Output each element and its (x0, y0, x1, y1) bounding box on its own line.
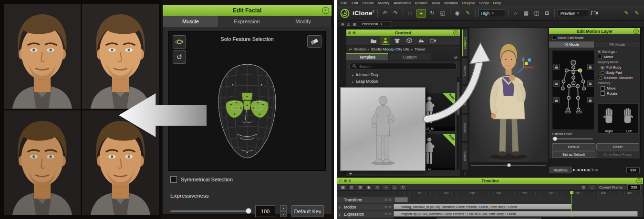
render-mode-dropdown[interactable]: Photoreal▾ (359, 21, 392, 27)
expand-panel-icon[interactable]: ↕ (462, 171, 468, 177)
lock-icon[interactable] (587, 64, 593, 70)
extend-bone-slider[interactable] (552, 138, 593, 139)
menu-animation[interactable]: Animation (394, 1, 411, 5)
lock-icon[interactable] (553, 97, 560, 103)
search-input[interactable] (358, 64, 454, 69)
content-scrollbar[interactable] (457, 77, 459, 169)
tab-expression[interactable]: Expression (219, 16, 275, 27)
terrain-icon[interactable] (417, 37, 426, 44)
orbit-head-icon[interactable] (173, 35, 186, 49)
mirror-checkbox[interactable] (598, 55, 602, 59)
collapse-icon[interactable]: ⊖ (454, 55, 457, 60)
loop-icon[interactable]: ↻ (592, 168, 594, 172)
dock-tab-modify[interactable]: Modify (462, 58, 468, 85)
dock-icon[interactable]: ⊞ (348, 31, 351, 35)
menu-render[interactable]: Render (415, 1, 427, 5)
symmetrical-selection-checkbox[interactable] (170, 176, 177, 183)
actor-icon[interactable] (381, 37, 390, 44)
range-icon[interactable]: ▭ (595, 168, 598, 172)
list-icon[interactable]: ▦ (344, 179, 347, 183)
step-back-icon[interactable]: ◀ (581, 168, 582, 172)
full-body-radio[interactable] (601, 66, 604, 70)
camera-scrub-slider[interactable] (469, 163, 548, 167)
pin-icon[interactable]: ▦ (353, 31, 356, 35)
project-folder-icon[interactable] (369, 37, 378, 44)
track-list-icon[interactable]: ▦ (340, 184, 346, 190)
move-tool-icon[interactable]: + (416, 9, 426, 18)
mirror-option[interactable]: Mirror (598, 54, 639, 60)
tab-fk-mode[interactable]: FK Mode (595, 41, 641, 48)
layers-icon[interactable]: ◫ (348, 184, 355, 190)
camera-icon[interactable] (591, 10, 599, 16)
select-tool-icon[interactable]: □ (406, 10, 415, 17)
lock-icon[interactable] (553, 64, 560, 70)
tab-muscle[interactable]: Muscle (163, 16, 219, 27)
menu-view[interactable]: View (432, 1, 440, 5)
record-icon[interactable]: ⊙ (384, 212, 387, 216)
menu-plugins[interactable]: Plugins (462, 1, 475, 5)
default-key-button[interactable]: Default Key (291, 205, 324, 217)
hand-gesture-box[interactable]: Right Left (598, 103, 639, 134)
undo-icon[interactable]: ↶ (381, 10, 389, 17)
step-forward-icon[interactable]: ▶ (584, 168, 586, 172)
prop-icon[interactable]: ◫ (347, 22, 351, 26)
panels-icon[interactable]: ⊞ (357, 184, 364, 190)
full-body-option[interactable]: Full Body (598, 65, 639, 70)
pin-move-option[interactable]: Move (598, 86, 639, 91)
body-part-option[interactable]: Body Part (598, 70, 639, 75)
quality-dropdown[interactable]: High▾ (478, 9, 505, 17)
realistic-shoulder-checkbox[interactable] (598, 76, 602, 80)
prop-cube-icon[interactable] (405, 37, 414, 44)
expressiveness-slider[interactable] (170, 210, 250, 212)
slider-knob[interactable] (246, 208, 251, 214)
pin-rotate-option[interactable]: Rotate (598, 91, 639, 96)
layout-icon[interactable]: ◫ (532, 10, 541, 17)
pen-icon[interactable]: ✎ (464, 10, 472, 17)
panels-icon[interactable]: ⊞ (348, 179, 351, 183)
timeline-hscrollbar[interactable] (394, 217, 643, 219)
close-icon[interactable]: × (634, 29, 639, 34)
lock-icon[interactable] (587, 97, 593, 103)
search-box[interactable] (349, 63, 457, 70)
stepper-up-icon[interactable]: ▲ (280, 205, 287, 211)
dock-tab-render[interactable]: Render (462, 86, 468, 113)
grid-icon[interactable]: ▦ (522, 10, 530, 17)
realtime-button[interactable]: Realtime (550, 167, 571, 173)
close-icon[interactable]: × (636, 178, 642, 183)
set-as-default-button[interactable]: Set as Default (552, 151, 595, 158)
lock-icon[interactable] (553, 80, 560, 87)
expand-icon[interactable]: ▸ (339, 213, 342, 216)
expression-clip[interactable]: PuppetClip (x1.00) Transition Curve Pres… (394, 211, 638, 217)
scale-tool-icon[interactable]: ◱ (438, 10, 447, 17)
tab-template[interactable]: Template (346, 53, 389, 60)
redo-icon[interactable]: ↷ (391, 10, 400, 17)
home-view-icon[interactable]: ⌂ (511, 10, 520, 17)
stepper-down-icon[interactable]: ▼ (280, 211, 287, 217)
tab-custom[interactable]: Custom (389, 53, 431, 60)
record-icon[interactable]: ⊙ (384, 198, 387, 202)
scrub-knob[interactable] (507, 163, 511, 167)
expand-icon[interactable]: ▸ (352, 73, 353, 77)
menu-file[interactable]: File (341, 1, 347, 5)
edit-pen-icon[interactable]: ✎ (622, 10, 631, 17)
rotate-tool-icon[interactable]: ↻ (428, 10, 436, 17)
menu-window[interactable]: Window (444, 1, 457, 5)
reset-button[interactable]: Reset (596, 143, 639, 150)
range-icon[interactable]: ▭ (391, 184, 398, 190)
dock-tab-scene[interactable]: Scene (462, 114, 468, 142)
eraser-icon[interactable] (307, 35, 322, 48)
skeleton-diagram[interactable] (552, 50, 595, 130)
transform-key-segment[interactable] (395, 197, 408, 202)
remove-key-icon[interactable]: ◇ (374, 184, 381, 190)
tab-ik-mode[interactable]: IK Mode (549, 41, 595, 48)
go-end-icon[interactable]: ▶| (587, 168, 590, 172)
cloth-icon[interactable] (393, 37, 402, 44)
breadcrumb-mid[interactable]: Studio Mocap-City Life (371, 47, 409, 51)
viewport-3d[interactable] (469, 28, 548, 162)
menu-help[interactable]: Help (493, 1, 500, 5)
avatar-icon[interactable]: ◉ (341, 22, 344, 26)
bone-edit-mode-checkbox[interactable] (552, 36, 556, 40)
add-icon[interactable]: + (383, 184, 389, 190)
zoom-out-icon[interactable]: ⊖ (580, 184, 587, 190)
preview-dropdown[interactable]: Preview▾ (558, 9, 589, 17)
